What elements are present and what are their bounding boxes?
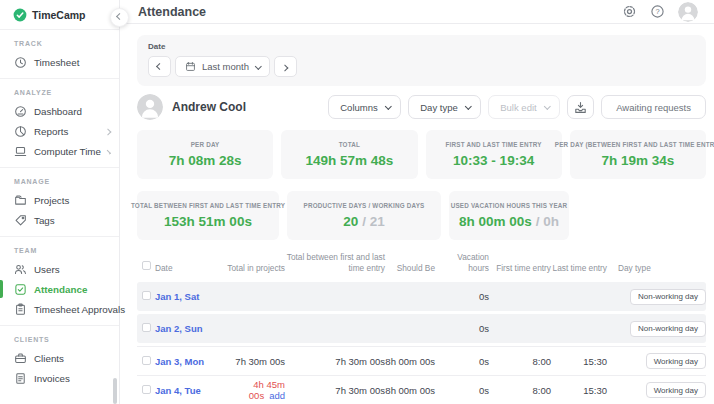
summary-card-value: 8h 00m 00s / 0h	[459, 214, 559, 229]
sidebar-item-label: Dashboard	[34, 106, 82, 117]
bulk-edit-button[interactable]: Bulk edit	[488, 95, 560, 119]
sidebar-nav: TRACKTimesheetANALYZEDashboardReportsCom…	[0, 30, 119, 394]
sidebar-item-label: Timesheet	[34, 57, 79, 68]
summary-card-label: FIRST AND LAST TIME ENTRY	[446, 141, 542, 148]
day-type-badge[interactable]: Working day	[646, 382, 706, 398]
sidebar-section: TRACKTimesheet	[0, 30, 119, 78]
first-time-entry-cell: 8:00	[489, 385, 551, 396]
attendance-icon	[14, 283, 27, 296]
sidebar-section-label: MANAGE	[0, 172, 119, 190]
row-checkbox[interactable]	[142, 291, 151, 300]
chevron-down-icon	[255, 63, 261, 69]
sidebar-item-timesheet[interactable]: Timesheet	[0, 52, 119, 72]
sidebar-section-label: ANALYZE	[0, 83, 119, 101]
last-time-entry-cell: 15:30	[551, 356, 607, 367]
attendance-table: DateTotal in projectsTotal between first…	[137, 252, 706, 404]
total-between-cell: 7h 30m 00s	[285, 356, 385, 367]
date-prev-button[interactable]	[148, 56, 171, 77]
sidebar-section: ANALYZEDashboardReportsComputer Time	[0, 78, 119, 167]
summary-card-value: 20 / 21	[343, 214, 384, 229]
sidebar-section-label: TRACK	[0, 34, 119, 52]
select-all-checkbox[interactable]	[142, 261, 151, 270]
sidebar-item-label: Timesheet Approvals	[34, 304, 125, 315]
total-in-projects-cell: 4h 45m 00sadd	[225, 379, 285, 401]
date-filter-panel: Date Last month	[137, 35, 706, 86]
summary-card: USED VACATION HOURS THIS YEAR8h 00m 00s …	[449, 191, 569, 240]
chevron-down-icon	[385, 103, 391, 109]
user-avatar[interactable]	[678, 2, 698, 22]
users-icon	[14, 263, 27, 276]
date-range-dropdown[interactable]: Last month	[175, 56, 270, 77]
user-row: Andrew Cool Columns Day type Bulk edit	[137, 94, 706, 120]
table-row: Jan 4, Tue4h 45m 00sadd7h 30m 00s8h 00m …	[137, 375, 706, 404]
sidebar-item-timesheet-approvals[interactable]: Timesheet Approvals	[0, 299, 119, 319]
invoice-icon	[14, 372, 27, 385]
summary-card-label: TOTAL BETWEEN FIRST AND LAST TIME ENTRY	[131, 202, 285, 209]
sidebar-collapse-button[interactable]	[110, 8, 129, 27]
add-time-link[interactable]: add	[269, 390, 285, 401]
sidebar-item-reports[interactable]: Reports	[0, 121, 119, 141]
summary-card-label: PRODUCTIVE DAYS / WORKING DAYS	[304, 202, 425, 209]
help-icon[interactable]: ?	[650, 4, 665, 19]
date-next-button[interactable]	[274, 56, 297, 77]
export-button[interactable]	[567, 95, 594, 119]
topbar: Attendance ?	[120, 0, 714, 24]
settings-gear-icon[interactable]	[622, 4, 637, 19]
day-type-badge[interactable]: Non-working day	[630, 321, 706, 337]
last-time-entry-cell: 15:30	[551, 385, 607, 396]
day-type-cell: Non-working day	[607, 289, 706, 305]
sidebar-item-label: Reports	[34, 126, 68, 137]
should-be-cell: 8h 00m 00s	[385, 356, 435, 367]
table-row: Jan 3, Mon7h 30m 00s7h 30m 00s8h 00m 00s…	[137, 346, 706, 375]
day-type-cell: Working day	[607, 353, 706, 369]
sidebar-item-computer-time[interactable]: Computer Time	[0, 141, 119, 161]
day-type-badge[interactable]: Working day	[646, 353, 706, 369]
chevron-right-icon	[281, 64, 287, 70]
summary-card-value-secondary: / 21	[358, 214, 384, 229]
brand-name: TimeCamp	[32, 9, 86, 21]
sidebar-item-invoices[interactable]: Invoices	[0, 368, 119, 388]
summary-card-label: USED VACATION HOURS THIS YEAR	[451, 202, 568, 209]
sidebar-section: MANAGEProjectsTags	[0, 167, 119, 236]
date-link[interactable]: Jan 1, Sat	[155, 291, 225, 302]
column-header-last-entry: Last time entry	[551, 263, 607, 273]
bulk-edit-button-label: Bulk edit	[500, 102, 536, 113]
sidebar-item-tags[interactable]: Tags	[0, 210, 119, 230]
briefcase-icon	[14, 352, 27, 365]
sidebar-section: CLIENTSClientsInvoices	[0, 325, 119, 394]
awaiting-requests-button[interactable]: Awaiting requests	[601, 95, 706, 119]
sidebar-item-label: Projects	[34, 195, 69, 206]
reports-icon	[14, 125, 27, 138]
sidebar-item-label: Users	[34, 264, 60, 275]
date-link[interactable]: Jan 2, Sun	[155, 323, 225, 334]
date-filter-label: Date	[148, 42, 695, 51]
day-type-badge[interactable]: Non-working day	[630, 289, 706, 305]
employee-name: Andrew Cool	[172, 100, 246, 114]
row-checkbox[interactable]	[142, 356, 151, 365]
sidebar-item-attendance[interactable]: Attendance	[0, 279, 119, 299]
sidebar-item-dashboard[interactable]: Dashboard	[0, 101, 119, 121]
sidebar-item-clients[interactable]: Clients	[0, 348, 119, 368]
chevron-left-icon	[157, 63, 163, 69]
summary-card-value: 7h 08m 28s	[169, 153, 242, 168]
chevron-down-icon	[465, 103, 471, 109]
awaiting-requests-label: Awaiting requests	[616, 102, 691, 113]
sidebar-item-projects[interactable]: Projects	[0, 190, 119, 210]
sidebar-scrollbar-thumb[interactable]	[113, 378, 117, 404]
columns-button[interactable]: Columns	[328, 95, 401, 119]
sidebar-item-users[interactable]: Users	[0, 259, 119, 279]
sidebar-item-label: Tags	[34, 215, 55, 226]
day-type-button[interactable]: Day type	[408, 95, 481, 119]
date-link[interactable]: Jan 4, Tue	[155, 385, 225, 396]
summary-card: PER DAY7h 08m 28s	[137, 130, 273, 179]
date-link[interactable]: Jan 3, Mon	[155, 356, 225, 367]
date-filter-controls: Last month	[148, 56, 695, 77]
column-header-date: Date	[155, 263, 225, 273]
topbar-actions: ?	[622, 2, 698, 22]
column-header-total-in-projects: Total in projects	[225, 263, 285, 273]
vacation-hours-cell: 0s	[435, 385, 489, 396]
summary-card: TOTAL BETWEEN FIRST AND LAST TIME ENTRY1…	[137, 191, 279, 240]
summary-cards-row1: PER DAY7h 08m 28sTOTAL149h 57m 48sFIRST …	[137, 130, 706, 179]
row-checkbox[interactable]	[142, 323, 151, 332]
row-checkbox[interactable]	[142, 385, 151, 394]
